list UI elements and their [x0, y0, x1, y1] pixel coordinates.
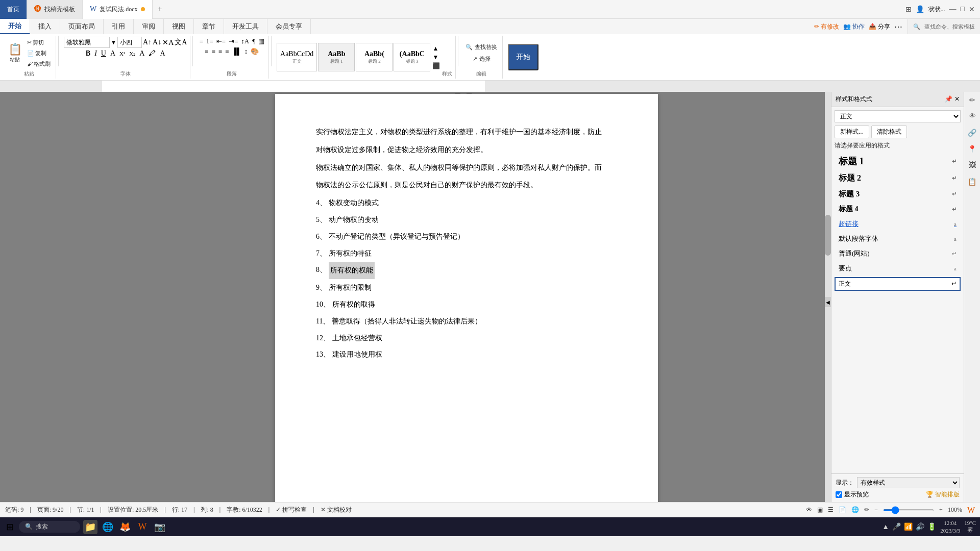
scroll-thumb[interactable] [825, 215, 831, 256]
up-arrow-icon[interactable]: ▲ [882, 523, 889, 531]
font-name-input[interactable] [64, 37, 110, 48]
doc-compare-status[interactable]: ✕ 文档校对 [321, 506, 352, 514]
taskbar-edge[interactable]: 🌐 [101, 520, 115, 534]
tab-start[interactable]: 开始 [0, 19, 30, 34]
zoom-slider[interactable] [883, 509, 934, 511]
align-left-button[interactable]: ≡ [204, 47, 209, 56]
view-normal-icon[interactable]: ▣ [817, 506, 823, 514]
sidebar-link-icon[interactable]: 🔗 [966, 127, 978, 139]
copy-button[interactable]: 📄 复制 [25, 48, 53, 58]
current-style-dropdown[interactable]: 正文 [835, 110, 961, 122]
clear-format-icon[interactable]: ✕A [162, 38, 174, 47]
taskbar-search[interactable]: 🔍 搜索 [19, 521, 80, 533]
more-btn[interactable]: ⋯ [894, 22, 902, 32]
style-heading2[interactable]: 标题 2 ↵ [835, 171, 961, 186]
style-heading2-button[interactable]: AaBb( 标题 2 [356, 43, 393, 71]
style-keypoint[interactable]: 要点 a [835, 262, 961, 275]
style-heading3-button[interactable]: (AaBbC 标题 3 [394, 43, 430, 71]
outdent-button[interactable]: ⇤≡ [215, 37, 227, 46]
superscript-button[interactable]: X² [118, 50, 127, 57]
display-select[interactable]: 有效样式 [857, 477, 960, 488]
view-web-icon[interactable]: 🌐 [851, 506, 859, 514]
indent-button[interactable]: ⇥≡ [228, 37, 239, 46]
weather-widget[interactable]: 19°C 雾 [964, 520, 976, 534]
taskbar-clock[interactable]: 12:04 2023/3/9 [940, 519, 960, 534]
view-outline-icon[interactable]: ☰ [828, 506, 834, 514]
minimize-icon[interactable]: — [949, 5, 957, 13]
tab-reference[interactable]: 引用 [104, 19, 134, 34]
find-replace-button[interactable]: 🔍 查找替换 [463, 42, 499, 52]
bullets-button[interactable]: ≡ [198, 37, 204, 46]
font-color-button[interactable]: A [138, 49, 146, 58]
style-heading3[interactable]: 标题 3 ↵ [835, 187, 961, 201]
select-button[interactable]: ↗ 选择 [471, 54, 493, 64]
zoom-level[interactable]: 100% [948, 506, 962, 514]
battery-icon[interactable]: 🔋 [927, 522, 936, 531]
style-heading4[interactable]: 标题 4 ↵ [835, 203, 961, 216]
sidebar-image-icon[interactable]: 🖼 [966, 159, 978, 171]
subscript-button[interactable]: X₂ [128, 50, 137, 58]
close-icon[interactable]: ✕ [969, 5, 975, 14]
tab-chapter[interactable]: 章节 [194, 19, 224, 34]
tab-review[interactable]: 审阅 [134, 19, 164, 34]
format-paint-button[interactable]: 🖌 格式刷 [25, 59, 53, 69]
taskbar-firefox[interactable]: 🦊 [118, 520, 132, 534]
italic-button[interactable]: I [93, 49, 99, 58]
zoom-in-icon[interactable]: + [939, 506, 943, 514]
account-icon[interactable]: 👤 [916, 5, 924, 14]
shading-button[interactable]: 🎨 [250, 47, 260, 56]
para-marks-button[interactable]: ¶ [251, 37, 256, 46]
font-size-up-icon[interactable]: A↑ [143, 38, 152, 46]
borders-button[interactable]: ▦ [257, 37, 265, 46]
paste-button[interactable]: 📋 粘贴 [6, 39, 24, 67]
font-size-dropdown[interactable]: ▼ [111, 39, 116, 45]
search-box[interactable]: 查找命令、搜索模板 [924, 23, 975, 31]
sidebar-clipboard-icon[interactable]: 📋 [966, 176, 978, 188]
numbering-button[interactable]: 1≡ [205, 37, 214, 46]
start-writing-button[interactable]: 开始 [508, 44, 538, 70]
highlight-button[interactable]: 🖍 [147, 49, 157, 58]
show-preview-checkbox[interactable] [836, 491, 842, 498]
taskbar-file-explorer[interactable]: 📁 [83, 520, 97, 534]
zoom-out-icon[interactable]: − [874, 506, 878, 514]
tab-insert[interactable]: 插入 [30, 19, 60, 34]
share-btn[interactable]: 📤 分享 [869, 22, 890, 31]
sort-button[interactable]: ↕A [240, 37, 250, 46]
style-heading1[interactable]: 标题 1 ↵ [835, 153, 961, 169]
font-size-input[interactable] [117, 37, 142, 48]
tab-view[interactable]: 视图 [164, 19, 194, 34]
mic-icon[interactable]: 🎤 [892, 522, 901, 531]
styles-scroll-down[interactable]: ▼ [432, 54, 440, 61]
underline-button[interactable]: U [100, 49, 108, 58]
phonetic-icon[interactable]: 文A [175, 38, 187, 47]
font-size-down-icon[interactable]: A↓ [153, 38, 161, 46]
smart-sort-label[interactable]: 🏆 智能排版 [926, 490, 960, 499]
justify-button[interactable]: ≡ [224, 47, 230, 56]
style-aabbcc-button[interactable]: AaBbCcDd 正文 [277, 43, 317, 71]
style-heading1-button[interactable]: AaBb 标题 1 [318, 43, 355, 71]
track-changes-btn[interactable]: ✏ 有修改 [814, 22, 839, 31]
text-effect-button[interactable]: A [158, 49, 166, 58]
panel-collapse-arrow[interactable]: ◀ [825, 297, 831, 307]
tab-layout[interactable]: 页面布局 [60, 19, 104, 34]
clear-format-button[interactable]: 清除格式 [871, 126, 907, 138]
tab-vip[interactable]: 会员专享 [267, 19, 311, 34]
spell-check-status[interactable]: ✓ 拼写检查 [276, 506, 307, 514]
cut-button[interactable]: ✂ 剪切 [25, 37, 53, 47]
tab-template[interactable]: 🅦 找稿壳模板 [27, 0, 83, 19]
view-read-icon[interactable]: 📄 [839, 506, 846, 514]
panel-pin-icon[interactable]: 📌 [945, 95, 952, 103]
bold-button[interactable]: B [84, 49, 92, 58]
col-layout-button[interactable]: ▐▌ [231, 47, 242, 56]
sidebar-edit-icon[interactable]: ✏ [966, 94, 978, 106]
volume-icon[interactable]: 🔊 [916, 522, 924, 531]
style-default-para[interactable]: 默认段落字体 a [835, 232, 961, 245]
tab-devtools[interactable]: 开发工具 [224, 19, 267, 34]
style-input-box[interactable]: 正文 ↵ [835, 277, 961, 291]
sidebar-eye-icon[interactable]: 👁 [966, 110, 978, 122]
doc-area[interactable]: 实行物权法定主义，对物权的类型进行系统的整理，有利于维护一国的基本经济制度，防止… [102, 92, 831, 502]
view-edit-icon[interactable]: ✏ [864, 506, 869, 514]
taskbar-wps[interactable]: W [135, 520, 150, 534]
style-normal-web[interactable]: 普通(网站) ↵ [835, 247, 961, 260]
add-tab-button[interactable]: + [153, 5, 167, 14]
